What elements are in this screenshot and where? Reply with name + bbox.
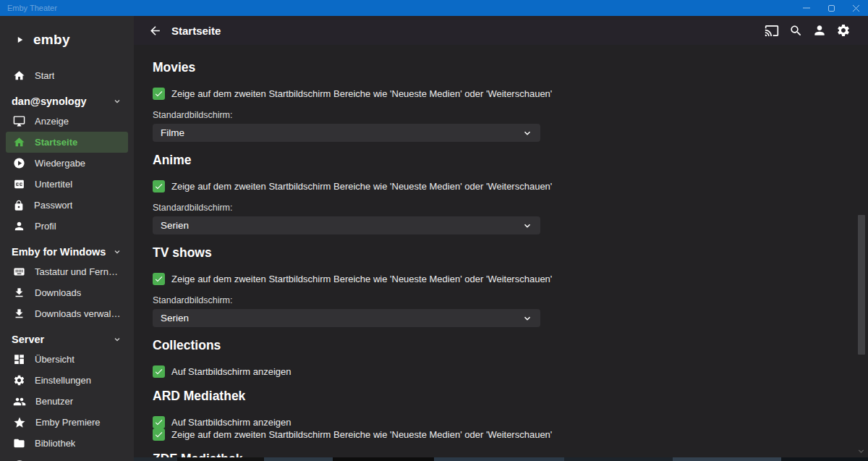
sidebar-item-start[interactable]: Start	[6, 65, 128, 86]
display-icon	[13, 115, 25, 127]
download-icon	[13, 287, 25, 299]
default-screen-select-movies[interactable]: Filme	[153, 124, 540, 142]
check-icon	[154, 367, 163, 376]
select-value: Serien	[161, 220, 189, 231]
select-label: Standardbildschirm:	[153, 203, 868, 213]
chevron-down-icon	[113, 335, 122, 344]
check-icon	[154, 274, 163, 284]
dashboard-icon	[13, 353, 25, 365]
search-button[interactable]	[788, 23, 803, 38]
sidebar-item-startseite[interactable]: Startseite	[6, 132, 128, 153]
titlebar: Emby Theater	[0, 0, 868, 16]
check-icon	[154, 182, 163, 191]
checkbox-checked[interactable]	[153, 365, 165, 378]
subtitles-icon	[13, 178, 25, 190]
sidebar-item-wiedergabe[interactable]: Wiedergabe	[6, 153, 128, 174]
keyboard-icon	[13, 266, 25, 278]
sidebar-item-benutzer[interactable]: Benutzer	[6, 391, 128, 412]
sidebar-item-untertitel[interactable]: Untertitel	[6, 174, 128, 195]
checkbox-checked[interactable]	[153, 88, 165, 100]
checkbox-label: Zeige auf dem zweiten Startbildschirm Be…	[171, 88, 552, 99]
emby-logo: emby	[0, 16, 134, 54]
select-label: Standardbildschirm:	[153, 110, 868, 120]
chevron-down-icon	[522, 221, 532, 231]
checkbox-row: Zeige auf dem zweiten Startbildschirm Be…	[153, 179, 868, 193]
close-icon	[853, 5, 859, 12]
page-title: Startseite	[171, 25, 765, 37]
sidebar-item-einstellungen[interactable]: Einstellungen	[6, 370, 128, 391]
close-button[interactable]	[843, 0, 868, 16]
sidebar-item-profil[interactable]: Profil	[6, 216, 128, 237]
minimize-icon	[803, 4, 810, 12]
sidebar-item-tastatur[interactable]: Tastatur und Fernbedienu…	[6, 261, 128, 282]
user-button[interactable]	[812, 23, 827, 38]
sidebar-item-label: Passwort	[34, 200, 72, 211]
sidebar-group-emby-for-windows[interactable]: Emby for Windows	[0, 242, 134, 261]
maximize-icon	[828, 5, 835, 12]
select-label: Standardbildschirm:	[153, 295, 868, 305]
checkbox-row: Auf Startbildschirm anzeigen	[153, 365, 868, 378]
maximize-button[interactable]	[819, 0, 843, 16]
folder-icon	[13, 437, 25, 449]
emby-theater-window: Emby Theater emby	[0, 0, 868, 461]
gear-icon	[13, 374, 25, 386]
select-value: Serien	[161, 313, 189, 323]
emby-logo-icon	[11, 31, 28, 48]
default-screen-select-tv[interactable]: Serien	[153, 309, 540, 327]
media-row-sliver	[134, 457, 868, 461]
checkbox-checked[interactable]	[153, 428, 165, 441]
home-icon	[13, 69, 25, 82]
sidebar-item-bibliothek[interactable]: Bibliothek	[6, 433, 128, 454]
sidebar-item-passwort[interactable]: Passwort	[6, 195, 128, 216]
sidebar: emby Start dan@synology Anzeige Starts	[0, 16, 134, 461]
sidebar-item-downloads-verwalten[interactable]: Downloads verwalten	[6, 303, 128, 324]
check-icon	[154, 89, 163, 98]
sidebar-item-label: Wiedergabe	[35, 158, 85, 169]
chevron-down-icon	[522, 313, 532, 323]
search-icon	[789, 24, 803, 38]
sidebar-item-label: Einstellungen	[35, 375, 91, 386]
lock-icon	[13, 200, 25, 211]
page-header: Startseite	[134, 16, 868, 45]
sidebar-item-emby-premiere[interactable]: Emby Premiere	[6, 412, 128, 433]
section-heading-tv-shows: TV shows	[153, 245, 868, 261]
sidebar-item-netzwerk[interactable]: Netzwerk	[6, 454, 128, 461]
checkbox-row: Zeige auf dem zweiten Startbildschirm Be…	[153, 428, 868, 441]
sidebar-item-label: Benutzer	[35, 396, 73, 407]
sidebar-item-label: Profil	[35, 221, 56, 232]
sidebar-item-uebersicht[interactable]: Übersicht	[6, 349, 128, 370]
checkbox-label: Zeige auf dem zweiten Startbildschirm Be…	[171, 181, 552, 192]
default-screen-select-anime[interactable]: Serien	[153, 216, 540, 234]
download-icon	[13, 308, 25, 320]
sidebar-group-label: dan@synology	[12, 96, 87, 107]
cast-button[interactable]	[765, 23, 779, 38]
check-icon	[154, 418, 163, 427]
window-title: Emby Theater	[0, 4, 794, 12]
checkbox-checked[interactable]	[153, 273, 165, 285]
sidebar-item-downloads[interactable]: Downloads	[6, 282, 128, 303]
checkbox-row: Zeige auf dem zweiten Startbildschirm Be…	[153, 87, 868, 100]
checkbox-checked[interactable]	[153, 180, 165, 193]
chevron-down-icon	[522, 128, 532, 138]
checkbox-row: Zeige auf dem zweiten Startbildschirm Be…	[153, 272, 868, 285]
person-icon	[812, 23, 827, 38]
sidebar-item-label: Übersicht	[35, 354, 75, 365]
check-icon	[154, 430, 163, 439]
section-heading-movies: Movies	[153, 59, 868, 75]
section-heading-anime: Anime	[153, 152, 868, 168]
section-heading-collections: Collections	[153, 337, 868, 353]
settings-button[interactable]	[836, 23, 851, 38]
checkbox-label: Auf Startbildschirm anzeigen	[171, 366, 291, 377]
play-circle-icon	[13, 157, 25, 169]
checkbox-checked[interactable]	[153, 416, 165, 428]
checkbox-label: Zeige auf dem zweiten Startbildschirm Be…	[171, 274, 552, 284]
sidebar-item-anzeige[interactable]: Anzeige	[6, 111, 128, 132]
back-button[interactable]	[145, 21, 164, 40]
scrollbar-thumb[interactable]	[858, 215, 865, 355]
checkbox-label: Zeige auf dem zweiten Startbildschirm Be…	[171, 429, 552, 440]
sidebar-group-server[interactable]: Server	[0, 330, 134, 349]
sidebar-group-user[interactable]: dan@synology	[0, 92, 134, 111]
person-icon	[13, 220, 25, 232]
emby-logo-text: emby	[33, 32, 70, 48]
minimize-button[interactable]	[794, 0, 819, 16]
